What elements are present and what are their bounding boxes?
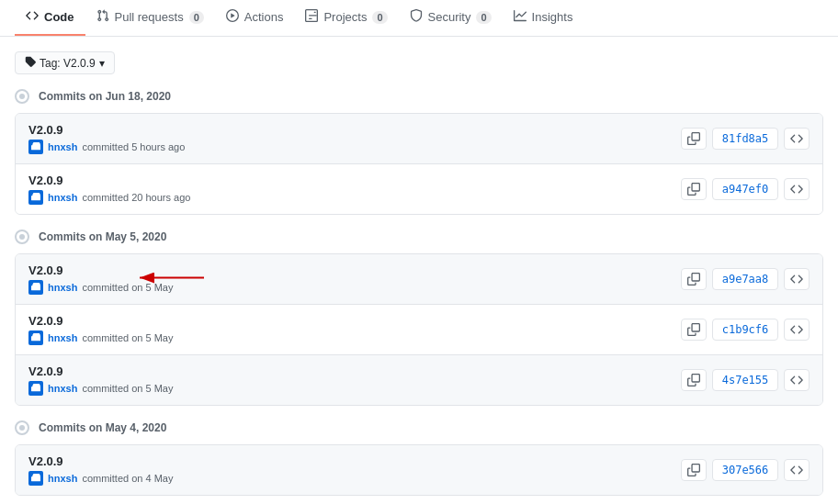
copy-hash-button[interactable] (681, 369, 707, 391)
commit-left: V2.0.9 hnxsh committed 20 hours ago (28, 174, 190, 205)
commit-title[interactable]: V2.0.9 (28, 314, 173, 328)
browse-tree-button[interactable] (784, 128, 810, 150)
commit-meta: hnxsh committed on 4 May (28, 471, 173, 486)
security-badge: 0 (476, 11, 491, 24)
timeline-header-jun18: Commits on Jun 18, 2020 (15, 89, 823, 104)
commit-meta: hnxsh committed on 5 May (28, 381, 173, 396)
insights-nav-icon (514, 9, 527, 25)
commit-item: V2.0.9 hnxsh committed on 5 May c1b9cf6 (16, 305, 822, 355)
timeline-section-jun18: Commits on Jun 18, 2020 V2.0.9 hnxsh com… (15, 89, 823, 215)
actions-nav-icon (226, 9, 239, 25)
code-nav-icon (26, 9, 39, 25)
pull-requests-nav-icon (96, 9, 109, 25)
commit-title[interactable]: V2.0.9 (28, 263, 173, 277)
commit-left: V2.0.9 hnxsh committed 5 hours ago (28, 123, 185, 154)
pull-requests-badge: 0 (189, 11, 204, 24)
tag-icon (25, 56, 36, 70)
commit-hash-button[interactable]: a9e7aa8 (712, 268, 778, 290)
timeline-header-text: Commits on Jun 18, 2020 (39, 90, 171, 103)
timeline-dot-inner (19, 425, 25, 431)
commit-title[interactable]: V2.0.9 (28, 454, 173, 468)
commit-time: committed on 4 May (82, 473, 173, 484)
commit-hash-button[interactable]: a947ef0 (712, 178, 778, 200)
browse-tree-button[interactable] (784, 178, 810, 200)
commit-item: V2.0.9 hnxsh committed on 5 May 4s7e155 (16, 355, 822, 405)
svg-rect-3 (33, 284, 39, 288)
timeline-dot-inner (19, 94, 25, 99)
nav-tab-pull-requests[interactable]: Pull requests0 (85, 0, 215, 36)
nav-tab-actions[interactable]: Actions (215, 0, 295, 36)
commit-author-icon (28, 140, 43, 154)
commit-author-icon (28, 280, 43, 295)
pull-requests-nav-label: Pull requests (115, 10, 184, 24)
svg-rect-1 (33, 194, 39, 198)
commit-author-icon (28, 190, 43, 205)
commit-author-link[interactable]: hnxsh (48, 332, 77, 343)
commits-container: Commits on Jun 18, 2020 V2.0.9 hnxsh com… (15, 89, 823, 496)
code-nav-label: Code (44, 10, 74, 24)
browse-tree-button[interactable] (784, 369, 810, 391)
commit-author-link[interactable]: hnxsh (48, 383, 77, 394)
commit-meta: hnxsh committed 20 hours ago (28, 190, 190, 205)
actions-nav-label: Actions (244, 10, 284, 24)
commit-right: a9e7aa8 (681, 268, 810, 290)
main-content: Tag: V2.0.9 ▾ Commits on Jun 18, 2020 V2… (0, 37, 838, 504)
browse-tree-button[interactable] (784, 268, 810, 290)
copy-hash-button[interactable] (681, 178, 707, 200)
timeline-dot (15, 230, 29, 244)
commit-time: committed 20 hours ago (82, 192, 190, 203)
svg-rect-5 (33, 385, 39, 389)
commit-title[interactable]: V2.0.9 (28, 174, 190, 187)
commit-author-link[interactable]: hnxsh (48, 282, 77, 293)
insights-nav-label: Insights (532, 10, 573, 24)
timeline-dot (15, 420, 29, 435)
tag-filter-button[interactable]: Tag: V2.0.9 ▾ (15, 51, 115, 74)
commit-item: V2.0.9 hnxsh committed 20 hours ago a947… (16, 164, 822, 214)
timeline-dot-inner (19, 234, 25, 240)
timeline-dot (15, 89, 29, 104)
commit-title[interactable]: V2.0.9 (28, 364, 173, 378)
svg-rect-0 (33, 143, 39, 148)
browse-tree-button[interactable] (784, 319, 810, 341)
commit-list-may5: V2.0.9 hnxsh committed on 5 May a9e7aa8V… (15, 253, 823, 406)
commit-item: V2.0.9 hnxsh committed 5 hours ago 81fd8… (16, 114, 822, 164)
commit-right: 81fd8a5 (681, 128, 810, 150)
commit-left: V2.0.9 hnxsh committed on 5 May (28, 263, 173, 295)
browse-tree-button[interactable] (784, 459, 810, 481)
commit-item: V2.0.9 hnxsh committed on 5 May a9e7aa8 (16, 254, 822, 305)
commit-left: V2.0.9 hnxsh committed on 5 May (28, 314, 173, 345)
commit-time: committed on 5 May (82, 282, 173, 293)
commit-hash-button[interactable]: 81fd8a5 (712, 128, 778, 150)
commit-author-link[interactable]: hnxsh (48, 141, 77, 152)
nav-tab-projects[interactable]: Projects0 (294, 0, 398, 36)
commit-right: a947ef0 (681, 178, 810, 200)
commit-hash-button[interactable]: 307e566 (712, 459, 778, 481)
timeline-section-may5: Commits on May 5, 2020 V2.0.9 hnxsh comm… (15, 230, 823, 406)
commit-title[interactable]: V2.0.9 (28, 123, 185, 137)
commit-item: V2.0.9 hnxsh committed on 4 May 307e566 (16, 445, 822, 495)
commit-meta: hnxsh committed on 5 May (28, 280, 173, 295)
commit-author-link[interactable]: hnxsh (48, 192, 77, 203)
commit-meta: hnxsh committed on 5 May (28, 330, 173, 345)
copy-hash-button[interactable] (681, 268, 707, 290)
commit-list-jun18: V2.0.9 hnxsh committed 5 hours ago 81fd8… (15, 113, 823, 215)
tag-label: Tag: V2.0.9 (40, 57, 96, 70)
commit-right: 307e566 (681, 459, 810, 481)
commit-time: committed 5 hours ago (82, 141, 185, 152)
copy-hash-button[interactable] (681, 459, 707, 481)
security-nav-icon (410, 9, 423, 25)
copy-hash-button[interactable] (681, 319, 707, 341)
timeline-header-may5: Commits on May 5, 2020 (15, 230, 823, 244)
commit-author-icon (28, 330, 43, 345)
copy-hash-button[interactable] (681, 128, 707, 150)
projects-nav-icon (305, 9, 318, 25)
commit-list-may4: V2.0.9 hnxsh committed on 4 May 307e566 (15, 444, 823, 496)
commit-time: committed on 5 May (82, 383, 173, 394)
commit-hash-button[interactable]: 4s7e155 (712, 369, 778, 391)
nav-tab-code[interactable]: Code (15, 0, 85, 36)
commit-hash-button[interactable]: c1b9cf6 (712, 319, 778, 341)
commit-author-link[interactable]: hnxsh (48, 473, 77, 484)
nav-tab-security[interactable]: Security0 (399, 0, 503, 36)
nav-tab-insights[interactable]: Insights (503, 0, 584, 36)
commit-left: V2.0.9 hnxsh committed on 4 May (28, 454, 173, 486)
